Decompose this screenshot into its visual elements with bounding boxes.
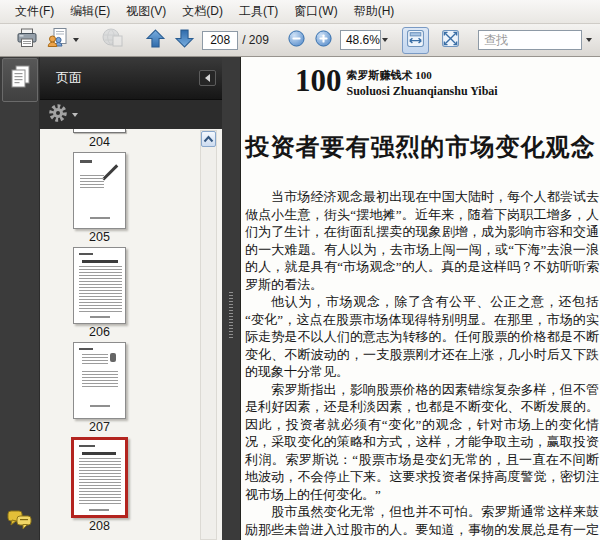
options-gear-icon[interactable] [48,103,68,127]
thumbnail-column: 204 205 206 [40,129,200,536]
menu-view[interactable]: 视图(V) [119,0,173,23]
splitter-handle[interactable] [229,292,233,340]
pages-panel-toolbar [40,100,222,129]
menu-file[interactable]: 文件(F) [8,0,61,23]
find-dropdown-caret [586,38,592,42]
previous-page-button[interactable] [141,27,170,54]
pen-graphic [102,164,118,180]
thumbnail-label-205: 205 [73,229,126,247]
share-document-icon [46,27,70,53]
thumbnail-page-208-selected[interactable] [71,437,128,518]
book-header: 100 索罗斯赚钱术 100 Suoluosi Zhuanqianshu Yib… [295,66,498,99]
zoom-out-icon [287,29,306,52]
book-title-chinese: 索罗斯赚钱术 100 [347,68,498,83]
thumbnail-label-208: 208 [73,518,126,536]
navigation-icon-strip [0,57,40,540]
find-input[interactable] [478,30,582,50]
menu-edit[interactable]: 编辑(E) [63,0,117,23]
panel-splitter[interactable] [222,57,240,540]
zoom-in-icon [314,29,333,52]
pages-panel-title: 页面 [56,69,82,87]
comments-panel-button[interactable] [6,508,34,532]
email-share-button[interactable] [42,27,83,54]
find-box [478,30,596,50]
body-text: 当市场经济观念最初出现在中国大陆时，每个人都尝试去做点小生意，街头“摆地摊”。近… [245,188,599,540]
menu-window[interactable]: 窗口(W) [287,0,344,23]
thumbnails-area: 204 205 206 [40,129,222,540]
toolbar: / 209 48.6% [0,24,600,57]
collapse-arrow-icon [205,74,210,82]
zoom-level-value[interactable]: 48.6% [340,30,381,50]
zoom-dropdown-button[interactable] [381,30,389,50]
print-button[interactable] [12,27,42,54]
paragraph: 他认为，市场观念，除了含有公平、公正之意，还包括“变化”，这点在股票市场体现得特… [245,293,599,381]
pages-icon [8,64,32,96]
fit-width-icon [406,29,425,52]
menu-help[interactable]: 帮助(H) [347,0,402,23]
thumbnail-page-205[interactable] [73,152,126,229]
menu-tools[interactable]: 工具(T) [232,0,285,23]
pdf-reader-window: 文件(F) 编辑(E) 视图(V) 文档(D) 工具(T) 窗口(W) 帮助(H… [0,0,600,540]
options-dropdown-caret[interactable] [72,113,78,117]
thumbnail-page-206[interactable] [73,247,126,324]
share-dropdown-caret [73,38,79,42]
print-icon [16,27,38,53]
fit-page-icon [441,29,460,52]
pages-panel-button[interactable] [2,58,38,102]
paragraph: 索罗斯指出，影响股票价格的因素错综复杂多样，但不管是利好因素，还是利淡因素，也都… [245,381,599,504]
thumbnail-page-207[interactable] [73,342,126,419]
thumbnail-label-207: 207 [73,419,126,437]
scrollbar-up-button[interactable] [201,131,216,147]
thumbnail-page-204-partial[interactable] [73,129,126,133]
comments-icon [6,518,34,535]
document-page[interactable]: 100 索罗斯赚钱术 100 Suoluosi Zhuanqianshu Yib… [240,57,600,540]
collapse-panel-button[interactable] [199,70,216,86]
pages-panel-header: 页面 [40,57,222,100]
page-up-arrow-icon [145,28,166,53]
thumbnails-scrollbar[interactable] [200,130,217,540]
thumbnail-label-206: 206 [73,324,126,342]
chapter-title: 投资者要有强烈的市场变化观念 [241,131,600,163]
menu-document[interactable]: 文档(D) [175,0,230,23]
menu-bar: 文件(F) 编辑(E) 视图(V) 文档(D) 工具(T) 窗口(W) 帮助(H… [0,0,600,24]
paragraph: 当市场经济观念最初出现在中国大陆时，每个人都尝试去做点小生意，街头“摆地摊”。近… [245,188,599,293]
pages-panel: 页面 204 [40,57,222,540]
zoom-out-button[interactable] [283,27,310,54]
zoom-dropdown-caret [382,38,388,42]
page-down-arrow-icon [174,28,195,53]
find-dropdown-button[interactable] [582,30,596,50]
collaborate-button [97,27,129,54]
paragraph: 股市虽然变化无常，但也并不可怕。索罗斯通常这样来鼓励那些未曾进入过股市的人。要知… [245,503,599,540]
zoom-in-button[interactable] [310,27,337,54]
book-title-pinyin: Suoluosi Zhuanqianshu Yibai [347,84,498,99]
page-number-input[interactable] [202,31,238,50]
next-page-button[interactable] [170,27,199,54]
fit-page-button[interactable] [437,27,464,54]
fit-width-button[interactable] [402,27,429,54]
page-total-label: / 209 [242,33,269,47]
thumbnail-label-204: 204 [73,134,126,152]
book-number: 100 [295,66,342,96]
globe-share-icon [101,27,125,53]
